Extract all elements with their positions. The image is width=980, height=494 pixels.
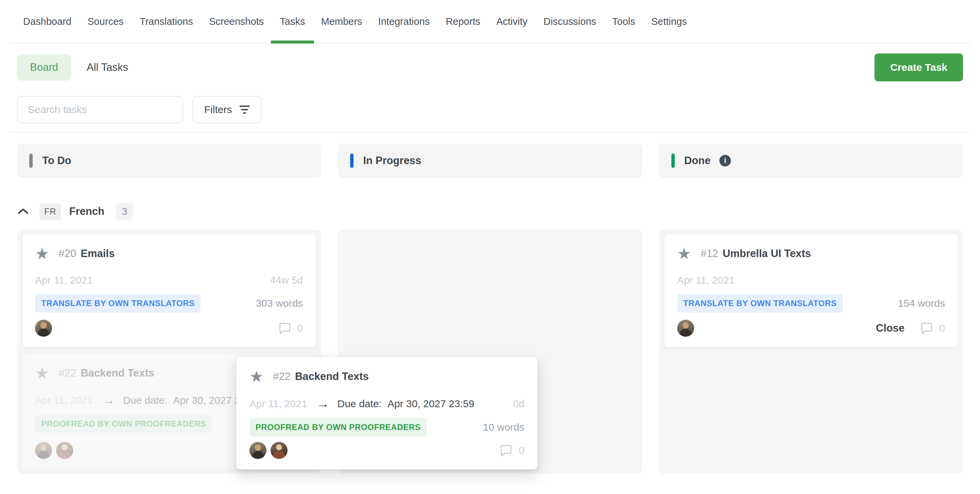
nav-item-dashboard[interactable]: Dashboard [23, 0, 72, 43]
column-headers: To Do In Progress Done i [17, 144, 963, 178]
task-card-emails[interactable]: ★ #20 Emails Apr 11, 2021 44w 5d TRANSLA… [22, 234, 316, 347]
card-badge-row: TRANSLATE BY OWN TRANSLATORS 154 words [677, 294, 945, 312]
filters-button-label: Filters [204, 104, 232, 115]
nav-item-tools[interactable]: Tools [612, 0, 635, 43]
task-id: #12 [701, 247, 718, 260]
assignee-avatar-male [35, 442, 52, 459]
card-date-row: Apr 11, 2021 [677, 274, 945, 286]
star-icon[interactable]: ★ [35, 365, 49, 381]
task-id: #22 [273, 370, 291, 382]
nav-item-translations[interactable]: Translations [140, 0, 193, 43]
word-count: 10 words [483, 421, 524, 433]
chevron-up-icon [17, 208, 29, 215]
assignee-avatar-male [35, 320, 52, 337]
star-icon[interactable]: ★ [677, 246, 691, 261]
column-header-in-progress: In Progress [338, 144, 642, 178]
filter-lines-icon [240, 105, 250, 114]
time-left: 0d [513, 398, 524, 410]
start-date: Apr 11, 2021 [250, 398, 307, 410]
arrow-right-icon: → [317, 397, 329, 410]
collapse-group-button[interactable] [17, 208, 29, 215]
language-name: French [69, 205, 104, 218]
section-divider [10, 132, 970, 133]
tab-all-tasks[interactable]: All Tasks [87, 61, 128, 73]
due-date-label: Due date: [337, 398, 382, 410]
nav-item-members[interactable]: Members [321, 0, 363, 43]
start-date: Apr 11, 2021 [35, 274, 93, 286]
task-card-backend-dragged[interactable]: ★ #22 Backend Texts Apr 11, 2021 → Due d… [236, 357, 538, 470]
card-footer-row: 0 [250, 442, 524, 459]
language-code-badge: FR [40, 203, 61, 220]
task-title: Backend Texts [81, 367, 154, 379]
card-badge-row: PROOFREAD BY OWN PROOFREADERS 10 words [250, 418, 524, 437]
task-title: Backend Texts [295, 370, 369, 382]
column-title: Done [684, 155, 711, 167]
nav-item-sources[interactable]: Sources [88, 0, 124, 43]
comments-control[interactable]: 0 [278, 321, 303, 335]
arrow-right-icon: → [102, 394, 115, 406]
card-badge-row: TRANSLATE BY OWN TRANSLATORS 303 words [35, 294, 303, 312]
start-date: Apr 11, 2021 [677, 274, 735, 286]
close-task-button[interactable]: Close [876, 322, 904, 334]
card-date-row: Apr 11, 2021 44w 5d [35, 274, 303, 286]
card-date-row: Apr 11, 2021 → Due date: Apr 30, 2027 23… [250, 397, 524, 410]
task-type-badge: TRANSLATE BY OWN TRANSLATORS [35, 294, 201, 312]
filters-button[interactable]: Filters [192, 96, 261, 123]
star-icon[interactable]: ★ [35, 246, 49, 261]
task-type-badge: PROOFREAD BY OWN PROOFREADERS [250, 418, 427, 437]
card-footer-row: 0 [35, 320, 303, 337]
comment-bubble-icon [920, 321, 934, 335]
comments-control[interactable]: 0 [499, 443, 524, 457]
comment-count: 0 [298, 322, 303, 334]
comment-bubble-icon [499, 443, 513, 457]
task-type-badge: PROOFREAD BY OWN PROOFREADERS [35, 415, 212, 433]
nav-item-integrations[interactable]: Integrations [378, 0, 430, 43]
word-count: 303 words [256, 298, 303, 309]
done-color-bar [671, 153, 675, 168]
comment-count: 0 [519, 445, 524, 456]
nav-item-discussions[interactable]: Discussions [543, 0, 596, 43]
nav-item-settings[interactable]: Settings [651, 0, 687, 43]
task-id: #22 [59, 367, 76, 379]
assignee-avatar-male [677, 320, 694, 337]
star-icon[interactable]: ★ [250, 369, 263, 384]
task-type-badge: TRANSLATE BY OWN TRANSLATORS [677, 294, 843, 312]
language-group-header: FR French 3 [17, 202, 963, 221]
comment-count: 0 [939, 322, 945, 334]
card-title-row: ★ #12 Umbrella UI Texts [677, 246, 945, 261]
task-title: Emails [81, 247, 115, 260]
due-date-label: Due date: [123, 395, 167, 406]
info-icon[interactable]: i [719, 155, 731, 166]
task-count-badge: 3 [116, 203, 134, 220]
view-tabs-row: Board All Tasks Create Task [17, 54, 963, 81]
task-title: Umbrella UI Texts [723, 247, 811, 260]
done-column-panel: ★ #12 Umbrella UI Texts Apr 11, 2021 TRA… [659, 230, 963, 473]
card-footer-row: Close 0 [677, 320, 945, 337]
top-nav: Dashboard Sources Translations Screensho… [10, 0, 970, 44]
nav-item-screenshots[interactable]: Screenshots [209, 0, 264, 43]
time-left: 44w 5d [270, 274, 303, 286]
todo-color-bar [29, 153, 33, 168]
task-id: #20 [59, 247, 76, 260]
tab-board[interactable]: Board [17, 54, 71, 81]
tasks-board-page: Dashboard Sources Translations Screensho… [0, 0, 980, 494]
word-count: 154 words [898, 298, 945, 309]
comments-control[interactable]: 0 [920, 321, 945, 335]
nav-item-reports[interactable]: Reports [446, 0, 480, 43]
assignee-avatar-female [270, 442, 288, 459]
due-date-value: Apr 30, 2027 23:59 [388, 398, 474, 410]
column-header-todo: To Do [17, 144, 321, 178]
in-progress-color-bar [350, 153, 353, 168]
task-card-umbrella[interactable]: ★ #12 Umbrella UI Texts Apr 11, 2021 TRA… [664, 234, 958, 347]
card-title-row: ★ #20 Emails [35, 246, 303, 261]
assignee-avatar-female [56, 442, 73, 459]
card-title-row: ★ #22 Backend Texts [250, 369, 524, 384]
create-task-button[interactable]: Create Task [875, 53, 963, 81]
nav-item-tasks[interactable]: Tasks [280, 0, 305, 43]
search-input[interactable] [17, 96, 183, 123]
start-date: Apr 11, 2021 [35, 395, 93, 406]
nav-item-activity[interactable]: Activity [496, 0, 527, 43]
search-filters-row: Filters [17, 96, 963, 123]
comment-bubble-icon [278, 321, 292, 335]
assignee-avatar-male [250, 442, 266, 459]
